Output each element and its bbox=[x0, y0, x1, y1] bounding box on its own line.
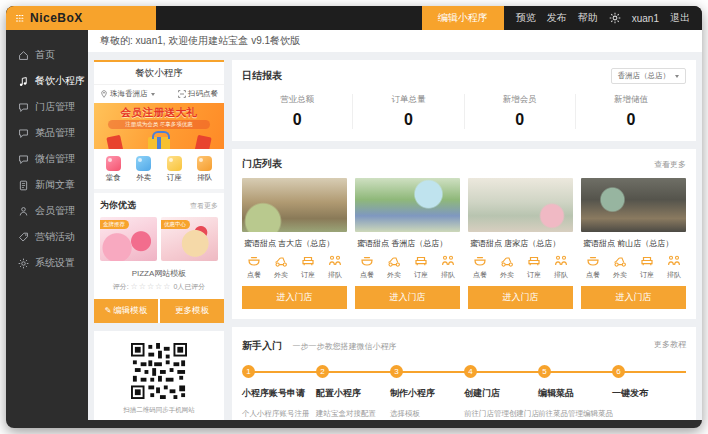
promo-banner[interactable]: 会员注册送大礼 注册成为会员 尽享多项优惠 bbox=[94, 103, 224, 149]
store-card: 蜜语甜点 吉大店（总店） 点餐 外卖 订座 排队 进入门店 bbox=[242, 178, 347, 309]
edit-miniprogram-button[interactable]: 编辑小程序 bbox=[422, 6, 504, 30]
scan-order-button[interactable]: 扫码点餐 bbox=[178, 89, 218, 99]
quick-icon-queue[interactable]: 排队 bbox=[197, 156, 212, 183]
action-label: 外卖 bbox=[500, 270, 514, 280]
takeout-icon bbox=[136, 156, 151, 171]
preview-menu-item[interactable]: 预览 bbox=[516, 11, 536, 25]
action-label: 订座 bbox=[414, 270, 428, 280]
sidebar-item-news-articles[interactable]: 新闻文章 bbox=[6, 172, 88, 198]
gift-box-icon bbox=[148, 137, 170, 149]
publish-menu-item[interactable]: 发布 bbox=[547, 11, 567, 25]
reserve-action[interactable]: 订座 bbox=[527, 254, 541, 280]
sidebar-item-marketing[interactable]: 营销活动 bbox=[6, 224, 88, 250]
queue-action[interactable]: 排队 bbox=[328, 254, 342, 280]
sidebar-item-store-management[interactable]: 门店管理 bbox=[6, 94, 88, 120]
logout-link[interactable]: 退出 bbox=[670, 11, 690, 25]
takeout-action[interactable]: 外卖 bbox=[274, 254, 288, 280]
step-link[interactable]: 个人小程序账号注册 bbox=[242, 407, 316, 420]
settings-gear-icon[interactable] bbox=[609, 12, 621, 24]
sidebar-item-wechat-management[interactable]: 微信管理 bbox=[6, 146, 88, 172]
queue-action[interactable]: 排队 bbox=[667, 254, 681, 280]
quick-icon-dine-in[interactable]: 堂食 bbox=[106, 156, 121, 183]
action-label: 订座 bbox=[301, 270, 315, 280]
scooter-icon bbox=[274, 254, 288, 268]
step-link[interactable]: 前往菜品管理编辑菜品 bbox=[538, 407, 612, 420]
step-link[interactable]: 选择模板 bbox=[390, 407, 464, 420]
step-link[interactable]: 前往门店管理创建门店 bbox=[464, 407, 538, 420]
takeout-action[interactable]: 外卖 bbox=[387, 254, 401, 280]
queue-action[interactable]: 排队 bbox=[554, 254, 568, 280]
enter-store-button[interactable]: 进入门店 bbox=[355, 286, 460, 309]
order-food-action[interactable]: 点餐 bbox=[473, 254, 487, 280]
banner-subtitle: 注册成为会员 尽享多项优惠 bbox=[108, 120, 210, 129]
guide-title: 新手入门 bbox=[242, 340, 282, 351]
store-list-more-link[interactable]: 查看更多 bbox=[654, 159, 686, 170]
reserve-action[interactable]: 订座 bbox=[414, 254, 428, 280]
enter-store-button[interactable]: 进入门店 bbox=[468, 286, 573, 309]
more-templates-button[interactable]: 更多模板 bbox=[160, 299, 224, 323]
order-food-action[interactable]: 点餐 bbox=[247, 254, 261, 280]
location-label: 珠海香洲店 bbox=[110, 89, 148, 99]
phone-tab-title: 餐饮小程序 bbox=[94, 60, 224, 85]
guide-subtitle: 一步一步教您搭建微信小程序 bbox=[292, 342, 396, 351]
reserve-seat-icon bbox=[167, 156, 182, 171]
topbar: NiceBoX 编辑小程序 预览 发布 帮助 xuan1 退出 bbox=[6, 6, 702, 30]
main-area: 尊敬的: xuan1, 欢迎使用建站宝盒 v9.1餐饮版 餐饮小程序 珠海香洲店 bbox=[88, 30, 702, 420]
takeout-action[interactable]: 外卖 bbox=[613, 254, 627, 280]
sidebar-item-system-settings[interactable]: 系统设置 bbox=[6, 250, 88, 276]
edit-template-button[interactable]: 编辑模板 bbox=[94, 299, 158, 323]
logo[interactable]: NiceBoX bbox=[6, 6, 156, 30]
action-label: 外卖 bbox=[387, 270, 401, 280]
stat-label: 营业总额 bbox=[242, 94, 352, 106]
help-menu-item[interactable]: 帮助 bbox=[578, 11, 598, 25]
more-tutorials-link[interactable]: 更多教程 bbox=[654, 339, 686, 350]
queue-action[interactable]: 排队 bbox=[441, 254, 455, 280]
sidebar-label: 餐饮小程序 bbox=[35, 74, 85, 88]
recommend-more-link[interactable]: 查看更多 bbox=[190, 201, 218, 211]
guide-step-5: 5 编辑菜品 前往菜品管理编辑菜品 bbox=[538, 365, 612, 420]
store-name: 蜜语甜点 香洲店（总店） bbox=[355, 232, 460, 254]
sidebar-item-restaurant-miniprogram[interactable]: 餐饮小程序 bbox=[6, 68, 88, 94]
quick-icon-reserve[interactable]: 订座 bbox=[167, 156, 182, 183]
queue-icon bbox=[441, 254, 455, 268]
template-name: PIZZA网站模板 bbox=[94, 268, 224, 279]
store-list-title: 门店列表 bbox=[242, 157, 282, 171]
store-photo bbox=[355, 178, 460, 232]
order-food-action[interactable]: 点餐 bbox=[586, 254, 600, 280]
takeout-action[interactable]: 外卖 bbox=[500, 254, 514, 280]
product-image-cake[interactable]: 优惠中心 bbox=[161, 217, 218, 261]
step-title: 一键发布 bbox=[612, 387, 686, 400]
apps-grid-icon[interactable] bbox=[16, 15, 23, 22]
gear-icon bbox=[18, 258, 29, 269]
guide-step-1: 1 小程序账号申请 个人小程序账号注册 企业小程序账号注册、认证 微信公众号注册… bbox=[242, 365, 316, 420]
stat-value: 0 bbox=[465, 111, 575, 129]
reserve-action[interactable]: 订座 bbox=[301, 254, 315, 280]
step-number-badge: 2 bbox=[316, 365, 329, 378]
sidebar-item-member-management[interactable]: 会员管理 bbox=[6, 198, 88, 224]
sidebar-item-dish-management[interactable]: 菜品管理 bbox=[6, 120, 88, 146]
qr-panel: 扫描二维码同步手机网站 bbox=[94, 331, 224, 420]
username-label[interactable]: xuan1 bbox=[632, 13, 659, 24]
store-select-value: 香洲店（总店） bbox=[618, 71, 671, 81]
stat-label: 新增会员 bbox=[465, 94, 575, 106]
action-label: 排队 bbox=[441, 270, 455, 280]
app-window: NiceBoX 编辑小程序 预览 发布 帮助 xuan1 退出 首页 餐饮小程序 bbox=[6, 6, 702, 428]
reserve-action[interactable]: 订座 bbox=[640, 254, 654, 280]
document-icon bbox=[18, 180, 29, 191]
chat-bubble-icon bbox=[18, 154, 29, 165]
step-title: 制作小程序 bbox=[390, 387, 464, 400]
seat-icon bbox=[301, 254, 315, 268]
product-image-cupcake[interactable]: 金牌推荐 bbox=[100, 217, 157, 261]
welcome-bar: 尊敬的: xuan1, 欢迎使用建站宝盒 v9.1餐饮版 bbox=[88, 30, 702, 52]
topbar-menu: 预览 发布 帮助 xuan1 退出 bbox=[504, 6, 702, 30]
enter-store-button[interactable]: 进入门店 bbox=[242, 286, 347, 309]
order-food-action[interactable]: 点餐 bbox=[360, 254, 374, 280]
queue-icon bbox=[667, 254, 681, 268]
product-badge: 金牌推荐 bbox=[100, 220, 129, 229]
step-link[interactable]: 建站宝盒对接配置 bbox=[316, 407, 390, 420]
quick-icon-takeout[interactable]: 外卖 bbox=[136, 156, 151, 183]
report-store-select[interactable]: 香洲店（总店） bbox=[611, 68, 687, 84]
enter-store-button[interactable]: 进入门店 bbox=[581, 286, 686, 309]
sidebar-item-home[interactable]: 首页 bbox=[6, 42, 88, 68]
location-selector[interactable]: 珠海香洲店 bbox=[100, 89, 155, 99]
